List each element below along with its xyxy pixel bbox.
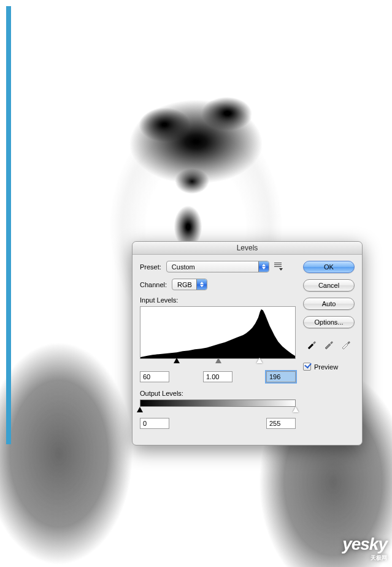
output-slider-track[interactable] — [140, 408, 296, 415]
preset-select[interactable]: Custom — [166, 261, 269, 272]
select-stepper-icon — [196, 279, 207, 290]
input-slider-track[interactable] — [140, 359, 296, 368]
cancel-button[interactable]: Cancel — [303, 279, 355, 291]
watermark: yesky 天极网 — [342, 534, 387, 562]
preset-menu-icon[interactable] — [274, 263, 283, 271]
options-button[interactable]: Options... — [303, 316, 355, 328]
white-point-handle[interactable] — [256, 358, 263, 363]
output-gradient — [140, 399, 296, 407]
eyedropper-black-icon[interactable] — [306, 338, 318, 350]
ok-button[interactable]: OK — [303, 261, 355, 273]
channel-select[interactable]: RGB — [172, 279, 207, 290]
input-levels-label: Input Levels: — [140, 296, 296, 304]
auto-button[interactable]: Auto — [303, 298, 355, 310]
watermark-sub: 天极网 — [342, 554, 387, 562]
image-edge-accent — [6, 6, 11, 444]
output-black-handle[interactable] — [137, 407, 143, 412]
preview-checkbox[interactable] — [303, 363, 311, 371]
channel-label: Channel: — [140, 281, 167, 288]
input-mid-field[interactable] — [203, 371, 233, 382]
select-stepper-icon — [258, 261, 269, 272]
preset-value: Custom — [172, 263, 195, 271]
channel-value: RGB — [177, 281, 192, 288]
output-white-field[interactable] — [266, 418, 296, 429]
input-black-field[interactable] — [140, 371, 169, 382]
output-white-handle[interactable] — [293, 407, 299, 412]
input-white-field[interactable] — [266, 371, 296, 382]
midpoint-handle[interactable] — [215, 358, 221, 363]
output-black-field[interactable] — [140, 418, 169, 429]
histogram — [140, 306, 296, 359]
dialog-title: Levels — [133, 242, 362, 255]
watermark-text: yesky — [342, 534, 387, 554]
eyedropper-gray-icon[interactable] — [323, 338, 335, 350]
preset-label: Preset: — [140, 263, 161, 271]
black-point-handle[interactable] — [174, 358, 180, 363]
output-levels-label: Output Levels: — [140, 390, 296, 397]
eyedropper-white-icon[interactable] — [340, 338, 352, 350]
preview-label: Preview — [314, 363, 338, 371]
levels-dialog: Levels Preset: Custom Channel: RGB — [132, 241, 363, 446]
